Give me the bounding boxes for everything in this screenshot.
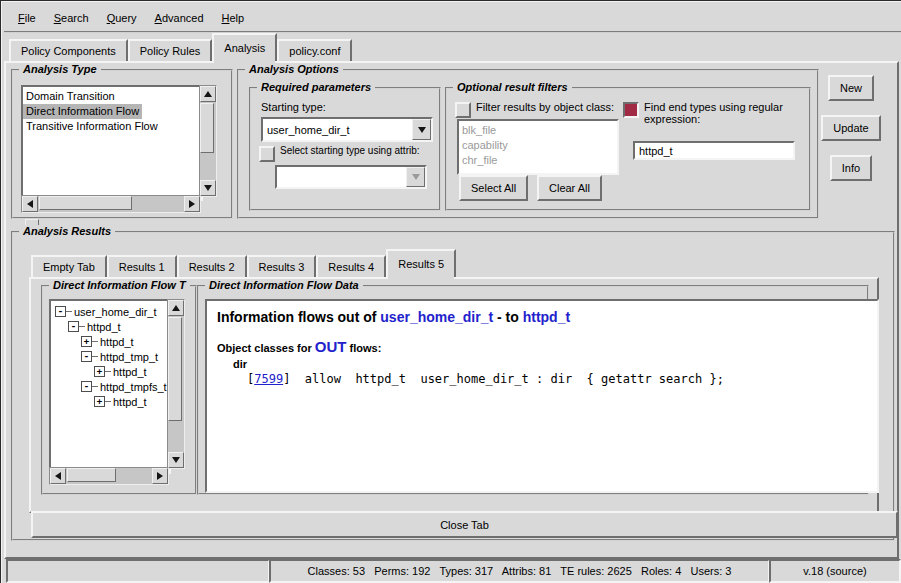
tree-row[interactable]: -httpd_tmp_t bbox=[51, 349, 169, 364]
analysis-type-option-transitive-information-flow[interactable]: Transitive Information Flow bbox=[23, 119, 161, 134]
tree-node-label[interactable]: httpd_t bbox=[113, 366, 147, 378]
action-button-column: New Update Info bbox=[817, 75, 885, 181]
regex-checkbox[interactable] bbox=[623, 102, 639, 118]
chevron-down-icon[interactable] bbox=[412, 119, 431, 140]
chevron-down-icon bbox=[406, 167, 425, 187]
analysis-type-vscrollbar[interactable] bbox=[199, 85, 217, 197]
scroll-trough[interactable] bbox=[200, 102, 216, 180]
tree-row[interactable]: +httpd_t bbox=[51, 394, 169, 409]
analysis-type-option-direct-information-flow[interactable]: Direct Information Flow bbox=[23, 104, 142, 119]
tree-expand-icon[interactable]: + bbox=[94, 366, 105, 377]
menu-file[interactable]: File bbox=[9, 9, 45, 27]
analysis-type-group: Analysis Type Domain TransitionDirect In… bbox=[11, 69, 233, 219]
rule-line: [7599] allow httpd_t user_home_dir_t : d… bbox=[217, 372, 867, 386]
scroll-thumb[interactable] bbox=[39, 196, 132, 210]
tree-collapse-icon[interactable]: - bbox=[55, 306, 66, 317]
scroll-thumb[interactable] bbox=[200, 103, 214, 153]
statusbar-version: v.18 (source) bbox=[769, 559, 901, 583]
update-button[interactable]: Update bbox=[821, 115, 880, 141]
scroll-left-icon[interactable] bbox=[50, 468, 66, 484]
attrib-checkbox-row[interactable]: Select starting type using attrib: bbox=[259, 145, 433, 162]
attrib-checkbox[interactable] bbox=[259, 146, 275, 162]
tree-node-label[interactable]: httpd_tmp_t bbox=[100, 351, 158, 363]
analysis-options-title: Analysis Options bbox=[245, 63, 343, 75]
object-classes-line: Object classes for OUT flows: bbox=[217, 338, 867, 355]
tree-collapse-icon[interactable]: - bbox=[81, 381, 92, 392]
starting-type-value: user_home_dir_t bbox=[263, 119, 412, 140]
scroll-up-icon[interactable] bbox=[200, 86, 216, 102]
scroll-thumb[interactable] bbox=[67, 468, 116, 482]
tab-analysis[interactable]: Analysis bbox=[212, 33, 277, 61]
tree-node-label[interactable]: user_home_dir_t bbox=[74, 306, 157, 318]
results-tab-empty-tab[interactable]: Empty Tab bbox=[31, 255, 107, 277]
scroll-down-icon[interactable] bbox=[200, 180, 216, 196]
results-tab-results-3[interactable]: Results 3 bbox=[247, 255, 317, 277]
tree-row[interactable]: +httpd_t bbox=[51, 334, 169, 349]
rule-number-link[interactable]: 7599 bbox=[254, 372, 283, 386]
results-tab-results-1[interactable]: Results 1 bbox=[107, 255, 177, 277]
analysis-options-group: Analysis Options Required parameters Sta… bbox=[237, 69, 819, 219]
menu-query[interactable]: Query bbox=[98, 9, 146, 27]
tab-policy-components[interactable]: Policy Components bbox=[9, 39, 128, 61]
filter-by-class-checkbox-row[interactable]: Filter results by object class: bbox=[455, 101, 614, 118]
tree-expand-icon[interactable]: + bbox=[81, 336, 92, 347]
analysis-type-option-domain-transition[interactable]: Domain Transition bbox=[23, 89, 118, 104]
tree-node-label[interactable]: httpd_tmpfs_t bbox=[100, 381, 167, 393]
tree-row[interactable]: -httpd_t bbox=[51, 319, 169, 334]
scroll-right-icon[interactable] bbox=[152, 468, 168, 484]
tree-node-label[interactable]: httpd_t bbox=[87, 321, 121, 333]
analysis-type-hscrollbar[interactable] bbox=[21, 195, 201, 213]
close-tab-button[interactable]: Close Tab bbox=[31, 511, 898, 538]
starting-type-combobox[interactable]: user_home_dir_t bbox=[261, 117, 433, 142]
scroll-down-icon[interactable] bbox=[168, 452, 184, 468]
flow-data-title: Direct Information Flow Data bbox=[205, 279, 363, 291]
tree-node-label[interactable]: httpd_t bbox=[113, 396, 147, 408]
tree-node-label[interactable]: httpd_t bbox=[100, 336, 134, 348]
attrib-checkbox-label: Select starting type using attrib: bbox=[280, 145, 420, 156]
flow-tree[interactable]: -user_home_dir_t-httpd_t+httpd_t-httpd_t… bbox=[49, 299, 171, 474]
info-button[interactable]: Info bbox=[830, 155, 872, 181]
tree-vscrollbar[interactable] bbox=[167, 299, 185, 469]
results-tab-results-4[interactable]: Results 4 bbox=[316, 255, 386, 277]
scroll-trough[interactable] bbox=[38, 196, 184, 212]
required-parameters-title: Required parameters bbox=[257, 81, 375, 93]
object-classes-prefix: Object classes for bbox=[217, 342, 315, 354]
required-parameters-group: Required parameters Starting type: user_… bbox=[249, 87, 441, 211]
new-button[interactable]: New bbox=[828, 75, 874, 101]
results-tab-results-5[interactable]: Results 5 bbox=[386, 249, 456, 277]
clear-all-button[interactable]: Clear All bbox=[537, 175, 602, 201]
statusbar-left-panel bbox=[6, 559, 270, 583]
flow-source-type: user_home_dir_t bbox=[380, 309, 493, 325]
flow-tree-title: Direct Information Flow T bbox=[49, 279, 190, 291]
tree-connector-line bbox=[66, 311, 72, 312]
filter-by-class-checkbox[interactable] bbox=[455, 102, 471, 118]
scroll-right-icon[interactable] bbox=[184, 196, 200, 212]
results-tab-results-2[interactable]: Results 2 bbox=[177, 255, 247, 277]
tab-policy-conf[interactable]: policy.conf bbox=[277, 39, 352, 61]
scroll-trough[interactable] bbox=[168, 316, 184, 452]
menu-advanced[interactable]: Advanced bbox=[146, 9, 213, 27]
tree-row[interactable]: +httpd_t bbox=[51, 364, 169, 379]
tree-collapse-icon[interactable]: - bbox=[68, 321, 79, 332]
tree-connector-line bbox=[105, 401, 111, 402]
select-all-button[interactable]: Select All bbox=[459, 175, 528, 201]
scroll-trough[interactable] bbox=[66, 468, 152, 484]
tree-row[interactable]: -httpd_tmpfs_t bbox=[51, 379, 169, 394]
regex-checkbox-row[interactable]: Find end types using regular expression: bbox=[623, 101, 801, 125]
tree-collapse-icon[interactable]: - bbox=[81, 351, 92, 362]
scroll-left-icon[interactable] bbox=[22, 196, 38, 212]
tree-expand-icon[interactable]: + bbox=[94, 396, 105, 407]
analysis-type-title: Analysis Type bbox=[19, 63, 101, 75]
flow-header-mid: - to bbox=[493, 309, 523, 325]
tree-hscrollbar[interactable] bbox=[49, 467, 169, 485]
scroll-thumb[interactable] bbox=[168, 317, 182, 421]
tab-policy-rules[interactable]: Policy Rules bbox=[128, 39, 213, 61]
regex-checkbox-label: Find end types using regular expression: bbox=[644, 101, 801, 125]
analysis-type-listbox[interactable]: Domain TransitionDirect Information Flow… bbox=[21, 85, 203, 201]
regex-input[interactable] bbox=[633, 141, 795, 160]
menu-search[interactable]: Search bbox=[45, 9, 98, 27]
tree-row[interactable]: -user_home_dir_t bbox=[51, 304, 169, 319]
flow-data-textarea[interactable]: Information flows out of user_home_dir_t… bbox=[205, 299, 879, 493]
menu-help[interactable]: Help bbox=[213, 9, 254, 27]
scroll-up-icon[interactable] bbox=[168, 300, 184, 316]
